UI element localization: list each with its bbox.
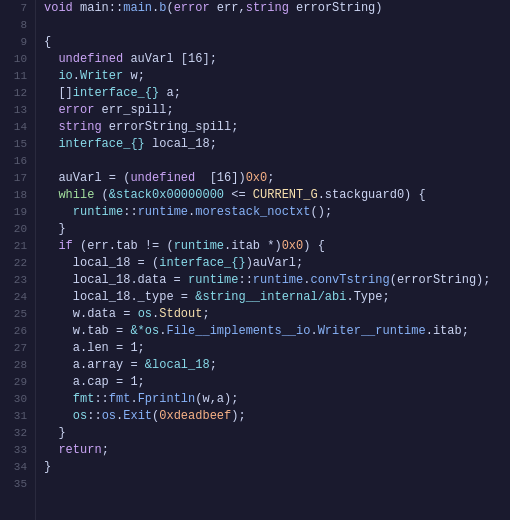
token: a;	[159, 86, 181, 100]
token: err,	[210, 1, 246, 15]
line-number: 32	[4, 425, 27, 442]
token: .	[73, 69, 80, 83]
token: if	[58, 239, 72, 253]
token: interface_{}	[159, 256, 245, 270]
code-line: local_18.data = runtime::runtime.convTst…	[44, 272, 510, 289]
code-line	[44, 17, 510, 34]
token: w.tab =	[44, 324, 130, 338]
code-line: error err_spill;	[44, 102, 510, 119]
token: error	[58, 103, 94, 117]
token: []	[58, 86, 72, 100]
code-content: void main::main.b(error err,string error…	[36, 0, 510, 520]
token: Writer__runtime	[318, 324, 426, 338]
token: os	[102, 409, 116, 423]
code-line: runtime::runtime.morestack_noctxt();	[44, 204, 510, 221]
token: 0x0	[246, 171, 268, 185]
token: ::	[123, 205, 137, 219]
token: (w,a);	[195, 392, 238, 406]
token: errorString_spill;	[102, 120, 239, 134]
token: ) {	[303, 239, 325, 253]
line-number: 12	[4, 85, 27, 102]
line-number: 9	[4, 34, 27, 51]
token: CURRENT_G	[253, 188, 318, 202]
line-number: 35	[4, 476, 27, 493]
token: .stackguard0) {	[318, 188, 426, 202]
code-line: }	[44, 221, 510, 238]
code-line: if (err.tab != (runtime.itab *)0x0) {	[44, 238, 510, 255]
token: .itab *)	[224, 239, 282, 253]
token: Stdout	[159, 307, 202, 321]
token: string	[246, 1, 289, 15]
token	[44, 188, 58, 202]
token: string	[58, 120, 101, 134]
code-line: string errorString_spill;	[44, 119, 510, 136]
code-line: []interface_{} a;	[44, 85, 510, 102]
code-line: local_18._type = &string__internal/abi.T…	[44, 289, 510, 306]
line-number: 27	[4, 340, 27, 357]
token: ();	[310, 205, 332, 219]
line-number: 7	[4, 0, 27, 17]
line-number: 21	[4, 238, 27, 255]
token	[44, 86, 58, 100]
token	[44, 137, 58, 151]
code-line	[44, 476, 510, 493]
token: File__implements__io	[166, 324, 310, 338]
line-number: 8	[4, 17, 27, 34]
code-line: a.array = &local_18;	[44, 357, 510, 374]
token: fmt	[109, 392, 131, 406]
token: error	[174, 1, 210, 15]
token: ;	[202, 307, 209, 321]
token: fmt	[73, 392, 95, 406]
token: ;	[210, 358, 217, 372]
line-number: 19	[4, 204, 27, 221]
token: runtime	[138, 205, 188, 219]
token: os	[73, 409, 87, 423]
token: a.array =	[44, 358, 145, 372]
line-number: 24	[4, 289, 27, 306]
line-number: 20	[4, 221, 27, 238]
token: runtime	[73, 205, 123, 219]
token: interface_{}	[73, 86, 159, 100]
line-number: 13	[4, 102, 27, 119]
token: w;	[123, 69, 145, 83]
token: &*os	[130, 324, 159, 338]
token: os	[138, 307, 152, 321]
token: w.data =	[44, 307, 138, 321]
token: .itab;	[426, 324, 469, 338]
line-number: 29	[4, 374, 27, 391]
token: (errorString);	[390, 273, 491, 287]
token: morestack_noctxt	[195, 205, 310, 219]
code-line: undefined auVarl [16];	[44, 51, 510, 68]
token: );	[231, 409, 245, 423]
token: ::	[94, 392, 108, 406]
token: [16];	[181, 52, 217, 66]
code-editor: 7891011121314151617181920212223242526272…	[0, 0, 510, 520]
line-number: 23	[4, 272, 27, 289]
token: undefined	[58, 52, 123, 66]
line-number: 18	[4, 187, 27, 204]
token: &string__internal/abi	[195, 290, 346, 304]
token: (err.tab != (	[73, 239, 174, 253]
line-number: 17	[4, 170, 27, 187]
token: runtime	[253, 273, 303, 287]
token: auVarl = (	[58, 171, 130, 185]
token: (	[94, 188, 108, 202]
token: [16])	[195, 171, 245, 185]
code-line: w.tab = &*os.File__implements__io.Writer…	[44, 323, 510, 340]
line-number: 25	[4, 306, 27, 323]
token: void	[44, 1, 73, 15]
token: }	[44, 426, 66, 440]
line-number: 14	[4, 119, 27, 136]
token	[44, 443, 58, 457]
token: ::	[238, 273, 252, 287]
token: while	[58, 188, 94, 202]
token: .	[310, 324, 317, 338]
code-line: auVarl = (undefined [16])0x0;	[44, 170, 510, 187]
line-number: 33	[4, 442, 27, 459]
token	[44, 120, 58, 134]
token	[44, 171, 58, 185]
token: Fprintln	[138, 392, 196, 406]
token	[44, 409, 73, 423]
code-line: interface_{} local_18;	[44, 136, 510, 153]
code-line: return;	[44, 442, 510, 459]
